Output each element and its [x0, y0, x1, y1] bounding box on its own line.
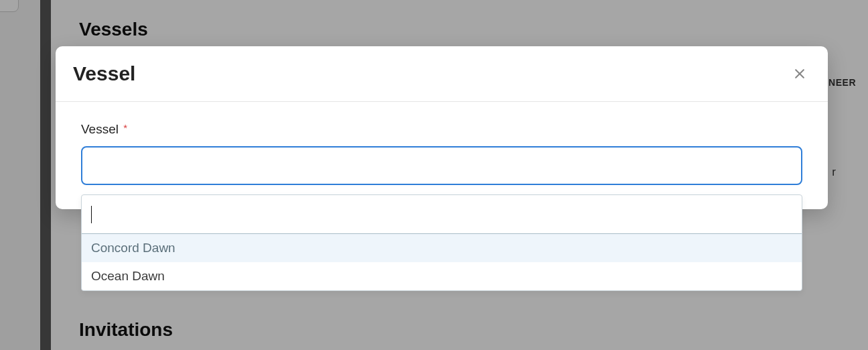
dropdown-option[interactable]: Concord Dawn: [82, 234, 802, 262]
modal-body: Vessel * Concord Dawn Ocean Dawn: [56, 102, 828, 209]
vessel-modal: Vessel Vessel * Concord Dawn Ocean Dawn: [56, 46, 828, 209]
modal-title: Vessel: [73, 62, 135, 85]
dropdown-option[interactable]: Ocean Dawn: [82, 262, 802, 290]
vessel-field-label: Vessel *: [81, 122, 802, 137]
vessel-dropdown-panel: Concord Dawn Ocean Dawn: [81, 194, 802, 291]
close-button[interactable]: [790, 64, 809, 83]
dropdown-search-input[interactable]: [92, 207, 792, 222]
dropdown-search-wrap: [82, 195, 802, 234]
close-icon: [793, 67, 806, 80]
modal-header: Vessel: [56, 46, 828, 102]
required-indicator: *: [123, 122, 127, 133]
vessel-select[interactable]: [81, 146, 802, 185]
vessel-field-label-text: Vessel: [81, 122, 119, 136]
